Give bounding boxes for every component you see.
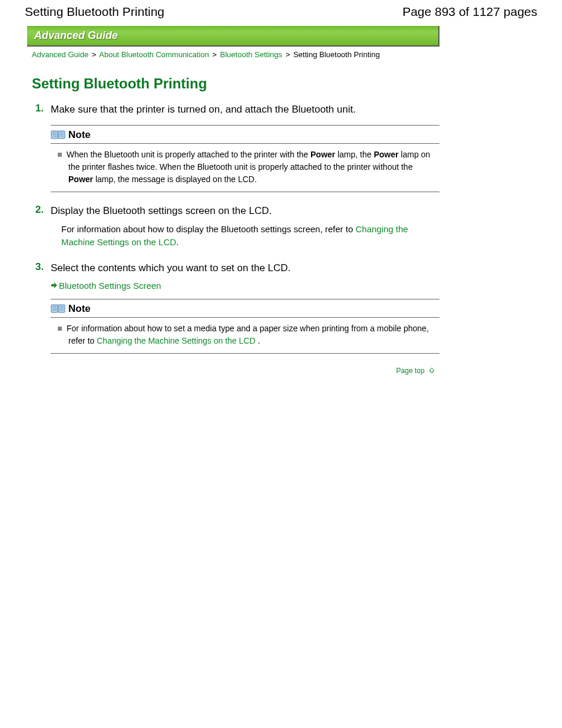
bullet-icon: [58, 327, 62, 331]
step-number: 3.: [35, 261, 44, 273]
svg-rect-0: [51, 131, 58, 139]
svg-rect-9: [58, 305, 65, 312]
note-header: Note: [51, 128, 439, 144]
page-indicator: Page 893 of 1127 pages: [402, 5, 537, 19]
steps-list: 1. Make sure that the printer is turned …: [27, 103, 439, 354]
header-title: Setting Bluetooth Printing: [25, 5, 164, 19]
note-text-mid1: lamp, the: [335, 150, 373, 159]
step-text: Select the contents which you want to se…: [51, 261, 439, 275]
svg-rect-1: [58, 131, 65, 139]
section-title: Setting Bluetooth Printing: [32, 75, 439, 92]
arrow-link-row: Bluetooth Settings Screen: [51, 281, 439, 291]
note-body: When the Bluetooth unit is properly atta…: [51, 149, 439, 186]
breadcrumb-about-bluetooth[interactable]: About Bluetooth Communication: [99, 50, 209, 59]
note-text-pre: When the Bluetooth unit is properly atta…: [67, 150, 310, 159]
desc-pre: For information about how to display the…: [61, 224, 355, 234]
page-top-link[interactable]: Page top: [27, 367, 439, 375]
step-number: 2.: [35, 204, 44, 216]
step-number: 1.: [35, 103, 44, 114]
step-text: Display the Bluetooth settings screen on…: [51, 204, 439, 218]
breadcrumb-current: Setting Bluetooth Printing: [293, 50, 380, 59]
breadcrumb-sep: >: [92, 50, 97, 59]
guide-banner: Advanced Guide: [27, 26, 439, 47]
svg-rect-8: [51, 305, 58, 312]
note-box: Note For information about how to set a …: [51, 299, 439, 354]
breadcrumb-bluetooth-settings[interactable]: Bluetooth Settings: [220, 50, 283, 59]
note-text-post: lamp, the message is displayed on the LC…: [93, 174, 257, 184]
note-bold-2: Power: [373, 150, 398, 159]
note-bold-1: Power: [310, 150, 335, 159]
breadcrumb-advanced-guide[interactable]: Advanced Guide: [32, 50, 88, 59]
content-wrap: Advanced Guide Advanced Guide > About Bl…: [0, 24, 439, 375]
step-text: Make sure that the printer is turned on,…: [51, 103, 439, 117]
link-changing-machine-settings[interactable]: Changing the Machine Settings on the LCD: [97, 336, 255, 345]
page-top-label: Page top: [396, 367, 425, 375]
desc-post: .: [176, 237, 178, 247]
note-text-post: .: [256, 336, 260, 345]
bullet-icon: [58, 153, 62, 157]
breadcrumb-sep: >: [286, 50, 290, 59]
link-bluetooth-settings-screen[interactable]: Bluetooth Settings Screen: [59, 281, 161, 291]
step-1: 1. Make sure that the printer is turned …: [35, 103, 439, 192]
note-body: For information about how to set a media…: [51, 322, 439, 347]
breadcrumb: Advanced Guide > About Bluetooth Communi…: [27, 47, 439, 60]
arrow-up-icon: [429, 367, 435, 374]
book-icon: [51, 304, 66, 314]
note-box: Note When the Bluetooth unit is properly…: [51, 125, 439, 192]
note-label: Note: [68, 129, 91, 141]
note-label: Note: [68, 303, 91, 315]
note-header: Note: [51, 302, 439, 318]
step-2: 2. Display the Bluetooth settings screen…: [35, 204, 439, 249]
breadcrumb-sep: >: [212, 50, 217, 59]
step-3: 3. Select the contents which you want to…: [35, 261, 439, 354]
book-icon: [51, 130, 66, 140]
note-bold-3: Power: [68, 174, 93, 184]
page-header: Setting Bluetooth Printing Page 893 of 1…: [0, 0, 562, 24]
arrow-right-icon: [51, 281, 58, 291]
step-desc: For information about how to display the…: [51, 223, 439, 249]
